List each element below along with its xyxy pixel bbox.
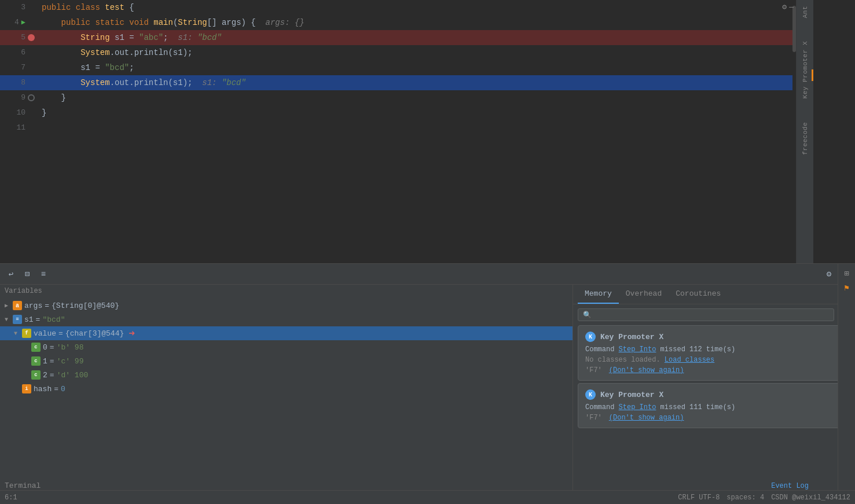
notif1-header: K Key Promoter X — [585, 332, 843, 342]
line-number-area-10: 10 — [0, 105, 39, 120]
kp-icon-2: K — [585, 389, 596, 400]
terminal-label: Terminal — [5, 481, 41, 490]
code-content-7: s1 = "bcd"; — [39, 60, 813, 75]
var-icon-idx2: c — [31, 370, 41, 380]
line-number-area-5: 5 — [0, 30, 39, 45]
notif2-body-suffix: missed 111 time(s) — [656, 403, 735, 411]
line-num-4: 4 — [8, 15, 19, 30]
var-val-idx0: 'b' 98 — [57, 343, 84, 352]
notification-1: K Key Promoter X Command Step Into misse… — [578, 325, 850, 381]
right-panel-tabs: Memory Overhead Coroutines — [573, 285, 855, 304]
status-user: CSDN @weixil_434112 — [771, 494, 850, 502]
status-bar: 6:1 CRLF UTF-8 spaces: 4 CSDN @weixil_43… — [0, 490, 855, 504]
notif2-body: Command Step Into missed 111 time(s) — [585, 403, 843, 411]
variables-header: Variables — [0, 285, 573, 297]
var-name-args: args — [24, 301, 42, 310]
code-content-10: } — [39, 105, 813, 120]
code-line-7: 7 s1 = "bcd"; — [0, 60, 813, 75]
line-number-area-4: 4 ▶ — [0, 15, 39, 30]
code-line-6: 6 System.out.println(s1); — [0, 45, 813, 60]
debug-side-icon-2[interactable]: ⚑ — [844, 283, 849, 293]
notif2-dontshow[interactable]: (Don't show again) — [609, 414, 684, 422]
code-line-4: 4 ▶ public static void main(String[] arg… — [0, 15, 813, 30]
var-val-args: {String[0]@540} — [52, 301, 119, 310]
var-icon-s1: ≡ — [13, 315, 22, 324]
debug-side-icon-1[interactable]: ⊞ — [844, 268, 849, 278]
var-item-s1[interactable]: ▼ ≡ s1 = "bcd" — [0, 312, 573, 326]
var-item-args[interactable]: ▶ a args = {String[0]@540} — [0, 299, 573, 312]
orange-indicator — [812, 69, 813, 81]
notif1-link[interactable]: Step Into — [619, 345, 656, 354]
notif1-dontshow[interactable]: (Don't show again) — [609, 366, 684, 374]
line-number-area-3: 3 — [0, 0, 39, 15]
notif1-body-suffix: missed 112 time(s) — [656, 345, 735, 354]
var-item-value[interactable]: ▼ f value = {char[3]@544} ➜ — [0, 326, 573, 340]
variables-panel: Variables ▶ a args = {String[0]@540} ▼ ≡… — [0, 285, 573, 504]
close-editor-icon[interactable]: — — [789, 3, 794, 12]
var-tree: ▶ a args = {String[0]@540} ▼ ≡ s1 = "bcd… — [0, 297, 573, 504]
line-num-5: 5 — [14, 30, 25, 45]
var-item-idx0[interactable]: c 0 = 'b' 98 — [0, 340, 573, 354]
arrow-indicator: ➜ — [129, 327, 135, 340]
toolbar-btn-return[interactable]: ↩ — [5, 268, 17, 281]
line-num-6: 6 — [14, 45, 25, 60]
var-item-hash[interactable]: i hash = 0 — [0, 382, 573, 396]
editor-scrollbar[interactable] — [792, 0, 796, 263]
var-item-idx2[interactable]: c 2 = 'd' 100 — [0, 368, 573, 382]
line-num-9: 9 — [14, 90, 25, 105]
settings-icon[interactable]: ⚙ — [782, 2, 787, 12]
line-num-7: 7 — [14, 60, 25, 75]
var-name-s1: s1 — [24, 315, 34, 324]
status-spaces: spaces: 4 — [726, 494, 764, 502]
memory-search-input[interactable] — [578, 308, 834, 321]
debug-content: Variables ▶ a args = {String[0]@540} ▼ ≡… — [0, 285, 855, 504]
status-right: CRLF UTF-8 spaces: 4 CSDN @weixil_434112 — [678, 494, 850, 502]
code-line-8: 8 System.out.println(s1); s1: "bcd" — [0, 75, 805, 90]
search-bar: ⚙ — [573, 304, 855, 325]
toolbar-settings[interactable]: ⚙ — [823, 268, 835, 281]
run-icon-4: ▶ — [21, 15, 25, 30]
var-icon-idx1: c — [31, 356, 41, 366]
toolbar-btn-list[interactable]: ≡ — [37, 268, 50, 281]
code-content-8: System.out.println(s1); s1: "bcd" — [39, 75, 805, 90]
debug-panel: ↩ ⊟ ≡ ⚙ — Variables ▶ a args = {String[0… — [0, 263, 855, 504]
expand-value: ▼ — [14, 330, 20, 337]
code-line-3: 3 public class test { — [0, 0, 813, 15]
freecode-tab[interactable]: freecode — [801, 119, 810, 159]
notif2-link[interactable]: Step Into — [619, 403, 656, 411]
ant-tab[interactable]: Ant — [801, 2, 810, 21]
code-content-3: public class test { — [39, 0, 813, 15]
code-line-11: 11 — [0, 120, 813, 135]
breakpoint-5 — [28, 34, 35, 41]
toolbar-btn-table[interactable]: ⊟ — [21, 268, 34, 281]
event-log-label[interactable]: Event Log — [771, 482, 809, 490]
vertical-tabs: Ant Key Promoter X freecode — [796, 0, 813, 263]
load-classes-link[interactable]: Load classes — [665, 356, 714, 364]
notif1-footer: 'F7' (Don't show again) — [585, 366, 843, 374]
var-val-value: {char[3]@544} — [65, 329, 124, 338]
key-promoter-tab[interactable]: Key Promoter X — [801, 38, 810, 102]
status-position: 6:1 — [5, 494, 17, 502]
right-panel: Memory Overhead Coroutines ⚙ K Key Promo… — [573, 285, 855, 504]
notif2-header: K Key Promoter X — [585, 389, 843, 400]
line-num-3: 3 — [14, 0, 25, 15]
notif1-shortcut: 'F7' — [585, 366, 602, 374]
notif2-body-prefix: Command — [585, 403, 619, 411]
var-name-idx1: 1 — [43, 357, 47, 366]
tab-overhead[interactable]: Overhead — [619, 285, 669, 304]
tab-memory[interactable]: Memory — [578, 285, 619, 304]
status-encoding: CRLF UTF-8 — [678, 494, 720, 502]
expand-s1: ▼ — [5, 317, 10, 323]
notif2-title: Key Promoter X — [600, 391, 663, 399]
code-line-5: 5 String s1 = "abc"; s1: "bcd" — [0, 30, 813, 45]
line-num-10: 10 — [14, 105, 25, 120]
var-item-idx1[interactable]: c 1 = 'c' 99 — [0, 354, 573, 368]
line-number-area-8: 8 — [0, 75, 39, 90]
debug-toolbar: ↩ ⊟ ≡ ⚙ — — [0, 264, 855, 285]
tab-coroutines[interactable]: Coroutines — [669, 285, 728, 304]
notif1-body-prefix: Command — [585, 345, 619, 354]
notification-2: K Key Promoter X Command Step Into misse… — [578, 383, 850, 428]
notifications-container: K Key Promoter X Command Step Into misse… — [573, 325, 855, 428]
line-number-area-7: 7 — [0, 60, 39, 75]
var-icon-idx0: c — [31, 343, 41, 352]
